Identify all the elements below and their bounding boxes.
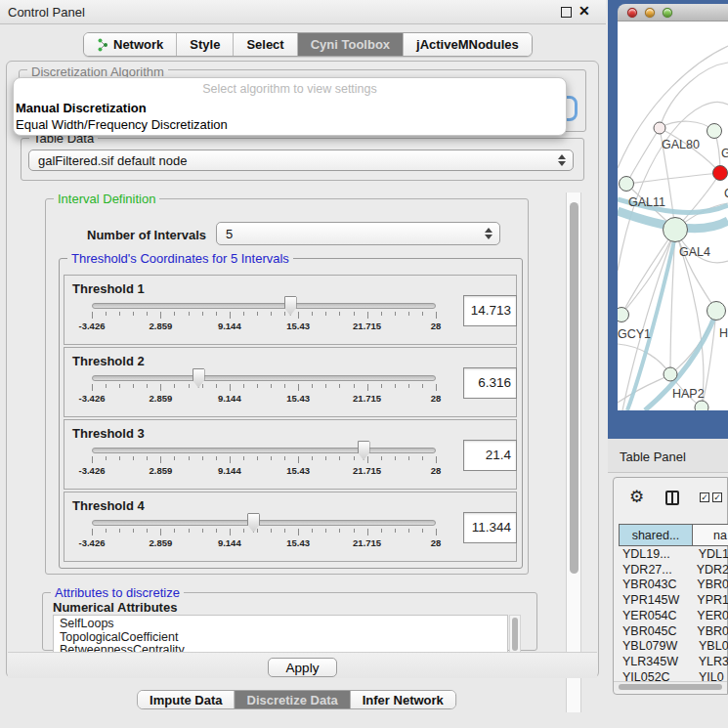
network-view-window: GAL80GAGAL11CGAL4GCY1HHAP2 <box>608 0 728 439</box>
network-canvas[interactable]: GAL80GAGAL11CGAL4GCY1HHAP2 <box>618 21 728 410</box>
top-tab-bar: NetworkStyleSelectCyni ToolboxjActiveMNo… <box>83 32 533 57</box>
network-edge[interactable] <box>626 173 720 184</box>
network-node-label: GAL11 <box>628 195 665 209</box>
cyni-toolbox-panel: Discretization Algorithm Select algorith… <box>6 61 599 678</box>
threshold-value-field[interactable]: 21.4 <box>463 440 517 471</box>
threshold-2-row: Threshold 2-3.4262.8599.14415.4321.71528… <box>64 347 517 417</box>
slider-track[interactable] <box>92 303 436 309</box>
attributes-list-scrollbar[interactable] <box>509 615 521 656</box>
combo-arrows-icon <box>558 154 566 166</box>
threshold-value-field[interactable]: 14.713 <box>463 295 517 326</box>
tab-infer-network[interactable]: Infer Network <box>351 691 455 708</box>
zoom-traffic-light-icon[interactable] <box>663 8 672 18</box>
slider-tick-labels: -3.4262.8599.14415.4321.71528 <box>92 321 436 331</box>
cell-shared-name[interactable]: YIL052C <box>619 670 697 681</box>
table-row[interactable]: YIL052CYIL0 <box>619 670 728 681</box>
algorithm-option-manual[interactable]: Manual Discretization <box>16 101 147 115</box>
cell-shared-name[interactable]: YBR043C <box>619 578 695 593</box>
attribute-list-item[interactable]: SelfLoops <box>60 618 507 631</box>
control-panel-window: Control Panel ✕ NetworkStyleSelectCyni T… <box>0 0 606 728</box>
table-data-value: galFiltered.sif default node <box>38 153 187 168</box>
network-window-titlebar[interactable] <box>618 4 728 21</box>
cell-name[interactable]: YLR3 <box>697 655 728 670</box>
cell-shared-name[interactable]: YPR145W <box>619 593 695 609</box>
table-row[interactable]: YBL079WYBL0 <box>619 639 728 655</box>
network-node[interactable] <box>707 124 722 139</box>
table-row[interactable]: YBR043CYBR0 <box>619 578 728 593</box>
cell-shared-name[interactable]: YDL19... <box>619 547 697 563</box>
cell-name[interactable]: YBR0 <box>695 578 728 593</box>
network-node[interactable] <box>713 166 728 181</box>
slider-track[interactable] <box>92 375 436 381</box>
table-data-combobox[interactable]: galFiltered.sif default node <box>28 150 574 171</box>
attributes-group-label: Attributes to discretize <box>51 585 184 600</box>
network-node[interactable] <box>654 122 665 134</box>
cell-name[interactable]: YBR0 <box>695 624 728 640</box>
network-edge[interactable] <box>660 63 728 128</box>
cell-shared-name[interactable]: YBR045C <box>619 624 695 640</box>
slider-track[interactable] <box>92 448 436 453</box>
tab-network[interactable]: Network <box>84 33 177 56</box>
table-row[interactable]: YDL19...YDL1 <box>619 547 728 563</box>
table-rows: YDL19...YDL1YDR27...YDR2YBR043CYBR0YPR14… <box>619 547 728 681</box>
network-edge[interactable] <box>626 128 660 184</box>
minimize-traffic-light-icon[interactable] <box>645 8 655 18</box>
threshold-value-field[interactable]: 11.344 <box>463 512 517 543</box>
panel-vertical-scrollbar[interactable] <box>566 193 581 712</box>
tab-label: Cyni Toolbox <box>311 37 390 52</box>
tab-jactivemnodules[interactable]: jActiveMNodules <box>404 33 532 56</box>
table-row[interactable]: YBR045CYBR0 <box>619 624 728 640</box>
cell-shared-name[interactable]: YBL079W <box>619 639 697 655</box>
cell-name[interactable]: YPR1 <box>695 593 728 609</box>
table-row[interactable]: YPR145WYPR1 <box>619 593 728 609</box>
cell-shared-name[interactable]: YLR345W <box>619 655 697 670</box>
network-node[interactable] <box>620 177 634 192</box>
slider-tick-labels: -3.4262.8599.14415.4321.71528 <box>92 393 436 404</box>
cell-shared-name[interactable]: YER054C <box>619 609 695 624</box>
slider-track[interactable] <box>92 520 436 526</box>
checkbox-icon[interactable]: ✓ <box>700 492 709 502</box>
tab-select[interactable]: Select <box>234 33 297 56</box>
tab-discretize-data[interactable]: Discretize Data <box>236 691 351 708</box>
cell-name[interactable]: YDR2 <box>695 563 728 578</box>
window-title: Control Panel <box>8 5 85 20</box>
cell-name[interactable]: YER0 <box>695 609 728 624</box>
column-header-shared-name[interactable]: shared... <box>619 524 693 546</box>
threshold-value-field[interactable]: 6.316 <box>463 367 517 399</box>
network-node-label: GAL80 <box>662 138 700 151</box>
algorithm-option-equal-width[interactable]: Equal Width/Frequency Discretization <box>16 117 228 132</box>
apply-button[interactable]: Apply <box>268 658 338 677</box>
float-window-icon[interactable] <box>561 7 572 18</box>
close-traffic-light-icon[interactable] <box>627 8 637 18</box>
network-edge[interactable] <box>622 230 675 410</box>
attribute-list-item[interactable]: TopologicalCoefficient <box>60 631 507 645</box>
cell-name[interactable]: YIL0 <box>697 670 724 681</box>
cell-name[interactable]: YBL0 <box>697 639 728 655</box>
network-node[interactable] <box>695 401 708 410</box>
cell-name[interactable]: YDL1 <box>697 547 728 563</box>
threshold-label: Threshold 4 <box>72 498 145 513</box>
network-edge[interactable] <box>660 121 714 131</box>
number-of-intervals-combobox[interactable]: 5 <box>216 222 500 245</box>
table-horizontal-scrollbar[interactable] <box>614 681 727 691</box>
network-node[interactable] <box>707 302 726 321</box>
network-edge[interactable] <box>675 230 716 311</box>
gear-icon[interactable]: ⚙ <box>629 487 644 506</box>
tab-cyni-toolbox[interactable]: Cyni Toolbox <box>298 33 404 56</box>
cell-shared-name[interactable]: YDR27... <box>619 563 695 578</box>
threshold-label: Threshold 2 <box>72 354 145 368</box>
network-node[interactable] <box>618 308 629 322</box>
table-row[interactable]: YER054CYER0 <box>619 609 728 624</box>
network-node[interactable] <box>664 367 677 381</box>
threshold-3-row: Threshold 3-3.4262.8599.14415.4321.71528… <box>64 419 517 490</box>
table-row[interactable]: YDR27...YDR2 <box>619 563 728 578</box>
table-row[interactable]: YLR345WYLR3 <box>619 655 728 670</box>
checkbox-icon[interactable]: ✓ <box>712 492 722 502</box>
tab-style[interactable]: Style <box>177 33 234 56</box>
close-icon[interactable]: ✕ <box>578 3 590 19</box>
slider-tick-labels: -3.4262.8599.14415.4321.71528 <box>92 465 436 476</box>
column-header-name[interactable]: na <box>693 524 728 546</box>
column-layout-icon[interactable] <box>665 491 679 505</box>
tab-impute-data[interactable]: Impute Data <box>138 691 235 708</box>
network-node[interactable] <box>664 218 688 242</box>
